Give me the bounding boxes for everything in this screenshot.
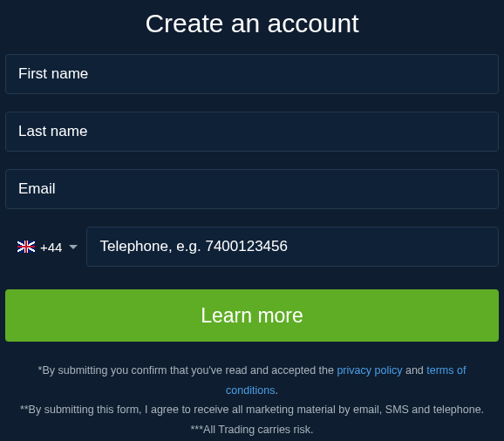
- disclaimer: *By submitting you confirm that you've r…: [5, 361, 499, 441]
- phone-row: +44: [5, 227, 499, 267]
- chevron-down-icon: [69, 245, 78, 249]
- uk-flag-icon: [17, 241, 35, 253]
- learn-more-button[interactable]: Learn more: [5, 289, 499, 342]
- last-name-field[interactable]: [5, 112, 499, 152]
- disclaimer-line-1: *By submitting you confirm that you've r…: [10, 361, 494, 400]
- country-code-select[interactable]: +44: [5, 227, 86, 267]
- dial-code: +44: [40, 240, 62, 254]
- privacy-policy-link[interactable]: privacy policy: [337, 364, 402, 377]
- disclaimer-line-3: ***All Trading carries risk.: [10, 420, 494, 440]
- page-title: Create an account: [5, 0, 499, 54]
- telephone-field[interactable]: [86, 227, 499, 267]
- first-name-field[interactable]: [5, 54, 499, 94]
- email-field[interactable]: [5, 169, 499, 209]
- disclaimer-line-2: **By submitting this form, I agree to re…: [10, 400, 494, 420]
